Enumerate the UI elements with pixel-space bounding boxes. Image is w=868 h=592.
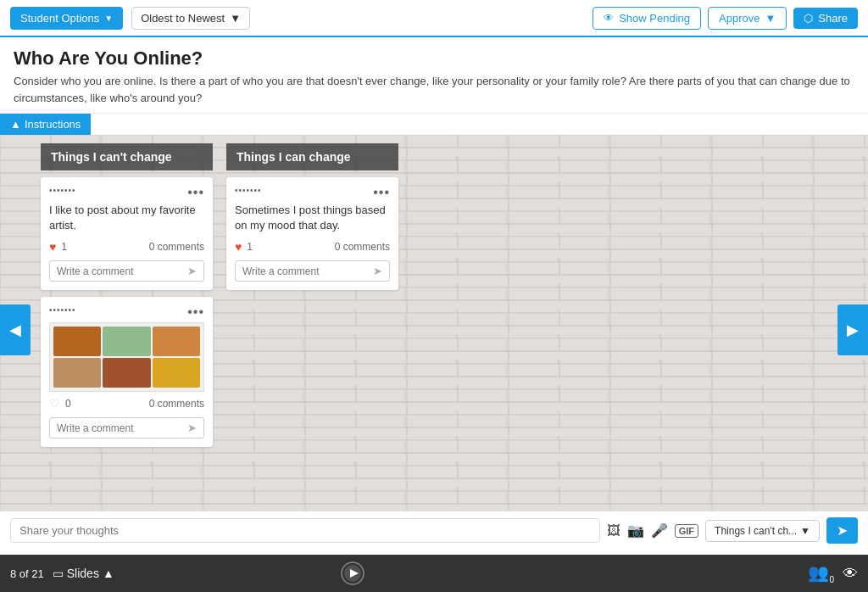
card-2-likes: 0 [65,398,71,410]
sort-label: Oldest to Newest [141,12,225,25]
show-pending-button[interactable]: 👁 Show Pending [593,7,701,30]
center-play-icon[interactable] [341,561,364,585]
card-1: ••••••• ••• I like to post about my favo… [41,177,213,290]
card-2: ••••••• ••• ♡ 0 [41,297,213,447]
card-3-comments: 0 comments [335,241,390,253]
share-icon: ⬡ [804,12,813,25]
send-icon[interactable]: ➤ [187,422,197,434]
card-3-likes: 1 [247,241,253,253]
question-title: Who Are You Online? [14,47,854,70]
card-3-comment-row[interactable]: ➤ [235,260,390,282]
card-3-header: ••••••• ••• [235,186,390,199]
eye-icon: 👁 [604,12,614,24]
right-icons: 👥0 👁 [808,562,858,584]
more-options-icon[interactable]: ••• [187,305,204,319]
question-description: Consider who you are online. Is there a … [14,73,854,106]
image-icon[interactable]: 🖼 [607,523,620,539]
card-2-comment-row[interactable]: ➤ [49,417,204,438]
category-dropdown[interactable]: Things I can't ch... ▼ [705,520,820,542]
slide-position: 8 of 21 [10,567,44,580]
student-options-label: Student Options [20,12,99,25]
card-1-header: ••••••• ••• [49,186,204,199]
gif-button[interactable]: GIF [675,524,698,538]
show-pending-label: Show Pending [619,12,690,25]
chevron-down-icon: ▼ [765,12,776,25]
card-1-comment-input[interactable] [57,265,184,277]
instructions-label: Instructions [25,118,81,131]
slide-info: 8 of 21 [10,567,44,580]
slides-button[interactable]: ▭ Slides ▲ [53,567,114,580]
card-2-comments: 0 comments [149,398,204,410]
main-content: ◀ ▶ Things I can't change ••••••• ••• I … [0,135,868,525]
card-2-comment-input[interactable] [57,422,184,434]
card-1-reactions: ♥ 1 0 comments [49,240,204,254]
more-options-icon[interactable]: ••• [187,186,204,199]
dots-icon: ••••••• [49,305,76,319]
card-3-reactions: ♥ 1 0 comments [235,240,390,254]
bottom-status-bar: 8 of 21 ▭ Slides ▲ 👥0 👁 [0,555,868,592]
dots-icon: ••••••• [235,186,262,199]
people-icon[interactable]: 👥0 [808,562,834,584]
chevron-down-icon: ▼ [230,12,241,25]
chevron-up-icon: ▲ [103,567,114,580]
column-header-cant-change: Things I can't change [41,143,213,170]
right-arrow-icon: ▶ [847,321,859,339]
card-3-text: Sometimes I post things based on my mood… [235,203,390,233]
column-header-label: Things I can change [236,150,351,164]
slides-icon: ▭ [53,567,64,580]
card-3: ••••••• ••• Sometimes I post things base… [226,177,398,290]
column-cant-change: Things I can't change ••••••• ••• I like… [34,135,220,525]
category-label: Things I can't ch... [715,525,797,537]
chevron-down-icon: ▼ [104,14,113,23]
approve-button[interactable]: Approve ▼ [708,7,787,30]
bottom-input-bar: 🖼 📷 🎤 GIF Things I can't ch... ▼ ➤ [0,511,868,550]
video-icon[interactable]: 📷 [627,522,644,539]
instructions-bar[interactable]: ▲ Instructions [0,114,91,135]
nav-arrow-right[interactable]: ▶ [837,304,868,355]
card-3-comment-input[interactable] [242,265,370,277]
chevron-down-icon: ▼ [800,525,810,537]
question-area: Who Are You Online? Consider who you are… [0,37,868,114]
column-can-change: Things I can change ••••••• ••• Sometime… [220,135,405,525]
slides-label: Slides [67,567,99,580]
input-icons: 🖼 📷 🎤 GIF [607,522,698,539]
share-button[interactable]: ⬡ Share [793,8,858,29]
heart-icon[interactable]: ♥ [235,240,242,254]
column-header-label: Things I can't change [51,150,172,164]
card-2-reactions: ♡ 0 0 comments [49,397,204,410]
send-icon[interactable]: ➤ [187,265,197,277]
columns-container: Things I can't change ••••••• ••• I like… [34,135,834,525]
eye-icon[interactable]: 👁 [843,565,858,583]
badge-count: 0 [829,575,834,584]
nav-arrow-left[interactable]: ◀ [0,304,31,355]
card-1-likes: 1 [61,241,67,253]
student-options-button[interactable]: Student Options ▼ [10,7,123,30]
mic-icon[interactable]: 🎤 [651,522,668,539]
share-label: Share [818,12,848,25]
instructions-wrapper: ▲ Instructions [0,114,868,135]
card-2-image-preview [49,322,204,392]
heart-icon[interactable]: ♥ [49,240,56,254]
card-1-text: I like to post about my favorite artist. [49,203,204,233]
more-options-icon[interactable]: ••• [373,186,390,199]
submit-button[interactable]: ➤ [826,517,858,544]
share-thoughts-input[interactable] [10,518,600,543]
card-1-comment-row[interactable]: ➤ [49,260,204,282]
top-right-actions: 👁 Show Pending Approve ▼ ⬡ Share [593,7,858,30]
column-header-can-change: Things I can change [226,143,398,170]
send-icon: ➤ [837,522,848,539]
card-1-comments: 0 comments [149,241,204,253]
heart-icon[interactable]: ♡ [49,397,60,410]
chevron-up-icon: ▲ [10,118,21,131]
approve-label: Approve [719,12,760,25]
send-icon[interactable]: ➤ [373,265,382,277]
dots-icon: ••••••• [49,186,76,199]
sort-dropdown[interactable]: Oldest to Newest ▼ [131,7,250,30]
card-2-header: ••••••• ••• [49,305,204,319]
left-arrow-icon: ◀ [9,321,21,339]
top-bar: Student Options ▼ Oldest to Newest ▼ 👁 S… [0,0,868,37]
